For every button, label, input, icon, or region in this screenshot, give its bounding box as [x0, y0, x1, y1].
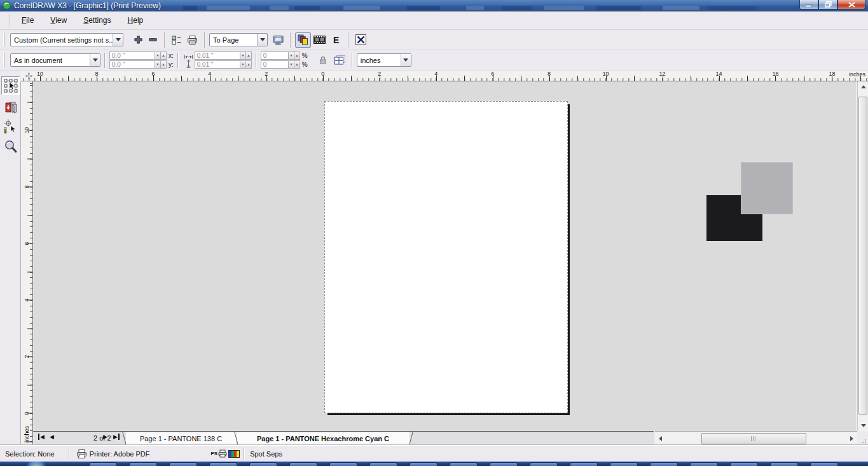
page-tab-pantone-hexachrome-cyan[interactable]: Page 1 - PANTONE Hexachrome Cyan C — [237, 432, 410, 445]
image-position-combobox[interactable]: As in document — [10, 53, 100, 67]
restore-button[interactable] — [818, 0, 837, 10]
separator — [348, 32, 349, 48]
taskbar-button[interactable] — [530, 462, 558, 466]
taskbar-button[interactable] — [450, 462, 478, 466]
zoom-combobox[interactable]: To Page — [209, 33, 268, 46]
chevron-down-icon[interactable] — [401, 54, 411, 66]
taskbar-button[interactable] — [650, 462, 678, 466]
previous-page-button[interactable]: ◀ — [50, 434, 54, 440]
titlebar-artifact — [270, 6, 289, 10]
toolbar-grip[interactable] — [3, 53, 4, 67]
spinner[interactable] — [288, 61, 300, 68]
taskbar-button[interactable] — [169, 462, 197, 466]
chevron-down-icon[interactable] — [90, 54, 100, 66]
toolbar-grip[interactable] — [9, 14, 10, 27]
taskbar-button[interactable] — [570, 462, 598, 466]
taskbar-button[interactable] — [730, 462, 758, 466]
taskbar-button[interactable] — [89, 462, 117, 466]
spinner[interactable] — [240, 61, 251, 68]
invert-button[interactable] — [311, 32, 328, 48]
taskbar-button[interactable] — [770, 462, 798, 466]
close-icon — [848, 2, 855, 8]
horizontal-ruler[interactable]: 108642024681012141618 inches — [21, 71, 868, 81]
taskbar-button[interactable] — [490, 462, 518, 466]
separator — [290, 32, 291, 48]
maintain-aspect-button[interactable] — [317, 53, 329, 68]
horizontal-scrollbar[interactable] — [655, 431, 857, 445]
position-y-field[interactable]: 0.0 " — [109, 60, 167, 69]
vertical-scrollbar-thumb[interactable] — [858, 97, 867, 415]
vertical-scrollbar[interactable] — [857, 81, 868, 431]
mirror-button[interactable]: E — [328, 32, 344, 48]
taskbar[interactable] — [0, 462, 868, 466]
scroll-left-button[interactable] — [655, 432, 666, 445]
resize-grip[interactable] — [857, 431, 868, 445]
titlebar-artifact — [294, 6, 320, 10]
menubar: File View Settings Help — [0, 11, 868, 30]
vertical-ruler[interactable]: 1086420 inches — [21, 81, 33, 445]
restore-icon — [825, 1, 832, 8]
menu-settings[interactable]: Settings — [78, 14, 116, 27]
next-page-button[interactable]: ▶ — [103, 434, 107, 440]
spinner[interactable] — [155, 52, 166, 59]
print-style-value: Custom (Current settings not s... — [11, 36, 113, 44]
width-field[interactable]: 0.01 " — [195, 51, 252, 60]
minimize-button[interactable] — [799, 0, 818, 10]
units-combobox[interactable]: inches — [357, 53, 411, 67]
titlebar-artifact — [466, 6, 484, 10]
scale-v-field[interactable]: 0 — [261, 60, 300, 69]
scroll-up-button[interactable] — [858, 81, 868, 92]
first-page-button[interactable]: ◀ — [38, 434, 45, 440]
menu-help[interactable]: Help — [122, 14, 149, 27]
spinner[interactable] — [155, 61, 166, 68]
ruler-origin-icon[interactable] — [24, 71, 34, 81]
last-page-button[interactable]: ▶ — [113, 434, 120, 440]
add-print-style-button[interactable] — [131, 32, 146, 48]
menu-file[interactable]: File — [16, 14, 39, 27]
document-page[interactable] — [324, 101, 568, 413]
taskbar-button[interactable] — [329, 462, 357, 466]
menu-view[interactable]: View — [45, 14, 72, 27]
artwork-gray-rectangle[interactable] — [741, 162, 793, 214]
start-button[interactable] — [24, 462, 48, 466]
print-style-combobox[interactable]: Custom (Current settings not s... — [10, 33, 123, 46]
spinner[interactable] — [288, 52, 300, 59]
scroll-right-button[interactable] — [846, 432, 857, 445]
titlebar[interactable]: CorelDRAW X3 - [Graphic1] (Print Preview… — [0, 0, 868, 11]
monitor-icon — [273, 35, 284, 45]
scale-h-field[interactable]: 0 — [261, 51, 300, 60]
taskbar-button[interactable] — [410, 462, 437, 466]
page-tab-pantone-138[interactable]: Page 1 - PANTONE 138 C — [126, 432, 236, 445]
toolbar-grip[interactable] — [3, 33, 4, 47]
position-x-field[interactable]: 0.0 " — [109, 51, 167, 60]
height-field[interactable]: 0.01 " — [195, 60, 252, 69]
print-tiled-pages-button[interactable] — [332, 53, 348, 68]
taskbar-button[interactable] — [289, 462, 317, 466]
ps-badge: PS — [210, 451, 217, 456]
chevron-down-icon[interactable] — [113, 34, 123, 46]
taskbar-button[interactable] — [249, 462, 277, 466]
taskbar-button[interactable] — [369, 462, 397, 466]
chevron-down-icon[interactable] — [257, 34, 267, 46]
pick-tool-button[interactable] — [1, 76, 20, 95]
taskbar-button[interactable] — [129, 462, 157, 466]
preview-canvas[interactable] — [33, 81, 856, 431]
delete-print-style-button[interactable] — [146, 32, 160, 48]
close-print-preview-button[interactable] — [353, 32, 369, 48]
enable-color-separations-button[interactable] — [295, 32, 311, 48]
taskbar-button[interactable] — [690, 462, 718, 466]
print-button[interactable] — [184, 32, 200, 48]
scroll-down-button[interactable] — [858, 420, 868, 431]
resize-grip-icon — [857, 431, 868, 445]
full-screen-preview-button[interactable] — [270, 32, 286, 48]
taskbar-button[interactable] — [610, 462, 638, 466]
horizontal-scrollbar-thumb[interactable] — [701, 433, 806, 444]
imposition-layout-tool-button[interactable] — [1, 98, 20, 116]
close-button[interactable] — [837, 0, 865, 10]
zoom-tool-button[interactable] — [1, 137, 20, 156]
taskbar-button[interactable] — [209, 462, 237, 466]
print-options-button[interactable] — [169, 32, 184, 48]
taskbar-button[interactable] — [810, 462, 838, 466]
spinner[interactable] — [240, 52, 251, 59]
marks-placement-tool-button[interactable] — [1, 118, 20, 136]
